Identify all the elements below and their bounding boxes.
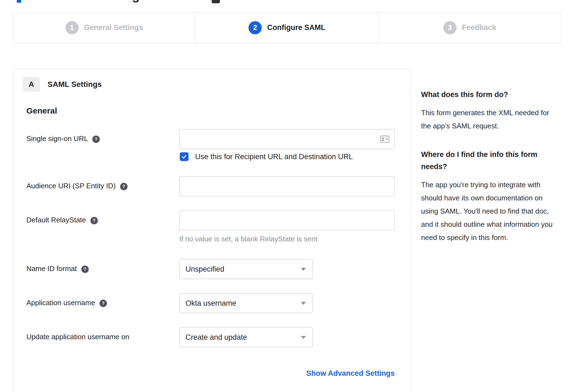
sidebar-answer-1: This form generates the XML needed for t… [421, 106, 560, 132]
step-label: General Settings [84, 23, 143, 32]
audience-uri-label: Audience URI (SP Entity ID) [26, 182, 116, 190]
update-app-username-value: Create and update [186, 333, 247, 342]
section-a-badge: A [23, 77, 40, 92]
field-row-application-username: Application username? Okta username [26, 293, 410, 313]
step-number-circle: 1 [65, 21, 79, 34]
name-id-format-label-col: Name ID format? [26, 259, 179, 279]
update-app-username-select[interactable]: Create and update [179, 327, 313, 347]
sso-url-label-col: Single sign-on URL? [26, 129, 179, 161]
question-glyph: ? [95, 137, 97, 142]
step-number-circle: 2 [248, 21, 262, 34]
help-icon[interactable]: ? [92, 136, 100, 143]
question-glyph: ? [93, 218, 95, 223]
application-username-label: Application username [26, 299, 95, 307]
application-username-label-col: Application username? [26, 293, 179, 313]
field-row-name-id-format: Name ID format? Unspecified [26, 259, 410, 279]
relaystate-label: Default RelayState [26, 216, 86, 224]
show-advanced-settings-link[interactable]: Show Advanced Settings [306, 369, 395, 377]
update-app-username-label-col: Update application username on [26, 327, 179, 347]
relaystate-label-col: Default RelayState? [26, 211, 179, 243]
recipient-url-checkbox-row: Use this for Recipient URL and Destinati… [179, 152, 395, 161]
sidebar-question-2: Where do I find the info this form needs… [421, 148, 560, 173]
relaystate-input[interactable] [179, 211, 394, 230]
name-id-format-value: Unspecified [186, 265, 224, 274]
sso-url-input[interactable] [179, 129, 394, 149]
help-sidebar: What does this form do? This form genera… [421, 89, 560, 244]
step-label: Feedback [462, 23, 496, 32]
update-app-username-label: Update application username on [26, 333, 129, 341]
help-icon[interactable]: ? [99, 300, 107, 307]
field-row-update-app-username: Update application username on Create an… [26, 327, 410, 347]
help-icon[interactable]: ? [120, 183, 128, 190]
advanced-settings-row: Show Advanced Settings [26, 369, 395, 378]
contact-card-icon [380, 136, 389, 143]
section-title: SAML Settings [48, 80, 102, 89]
saml-settings-card: A SAML Settings General Single sign-on U… [13, 69, 410, 392]
relaystate-hint: If no value is set, a blank RelayState i… [179, 235, 395, 243]
application-username-value: Okta username [186, 299, 236, 308]
name-id-format-select[interactable]: Unspecified [179, 259, 313, 279]
application-username-select[interactable]: Okta username [179, 293, 313, 313]
name-id-format-label: Name ID format [26, 264, 77, 273]
field-row-audience-uri: Audience URI (SP Entity ID)? [26, 176, 410, 196]
sso-url-label: Single sign-on URL [26, 134, 88, 143]
relaystate-input-wrap [179, 211, 395, 230]
page-title-clipped: Create SAML Integration [27, 0, 209, 3]
step-number-circle: 3 [443, 21, 457, 34]
audience-uri-label-col: Audience URI (SP Entity ID)? [26, 176, 179, 196]
wizard-stepper: 1 General Settings 2 Configure SAML 3 Fe… [13, 12, 561, 43]
step-configure-saml[interactable]: 2 Configure SAML [195, 12, 378, 43]
use-for-recipient-checkbox[interactable] [180, 152, 189, 161]
audience-uri-input[interactable] [179, 177, 394, 196]
step-feedback[interactable]: 3 Feedback [378, 12, 561, 43]
question-glyph: ? [122, 184, 125, 189]
step-label: Configure SAML [267, 23, 325, 32]
sso-url-input-wrap [179, 129, 395, 149]
chevron-down-icon [301, 302, 306, 305]
sidebar-question-1: What does this form do? [421, 89, 560, 101]
chevron-down-icon [301, 336, 306, 339]
help-icon[interactable]: ? [81, 266, 89, 273]
sidebar-answer-2: The app you're trying to integrate with … [421, 178, 560, 244]
field-row-sso-url: Single sign-on URL? [26, 129, 410, 161]
question-glyph: ? [102, 301, 104, 306]
recipient-url-checkbox-label: Use this for Recipient URL and Destinati… [195, 153, 353, 161]
page-title: Create SAML Integration [27, 0, 209, 3]
help-icon[interactable]: ? [90, 217, 98, 224]
card-header: A SAML Settings [23, 77, 410, 92]
question-glyph: ? [84, 267, 86, 272]
clipped-title-fragment-blue [17, 0, 21, 3]
step-general-settings[interactable]: 1 General Settings [13, 12, 195, 43]
general-heading: General [26, 106, 410, 115]
field-row-default-relaystate: Default RelayState? If no value is set, … [26, 211, 410, 243]
audience-uri-input-wrap [179, 176, 395, 196]
chevron-down-icon [301, 268, 306, 271]
clipped-icon-fragment [212, 0, 220, 3]
